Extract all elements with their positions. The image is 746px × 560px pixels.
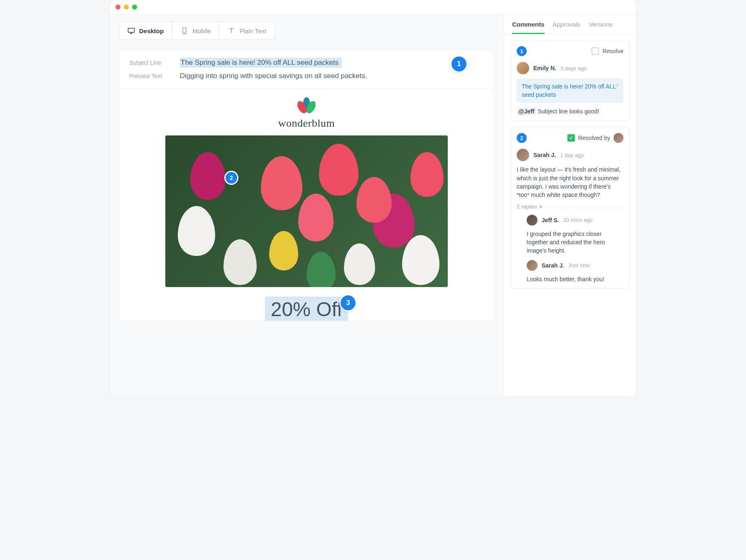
resolved-by: Resolved by (567, 133, 623, 143)
window-titlebar (110, 0, 636, 14)
hero-image-wrap: 2 (165, 135, 448, 287)
reply-2: Sarah J. Just now Looks much better, tha… (517, 260, 623, 283)
subject-value[interactable]: The Spring sale is here! 20% off ALL see… (180, 58, 342, 68)
annotation-marker-2[interactable]: 2 (226, 172, 237, 184)
flower-logo-icon (294, 96, 319, 116)
preview-value[interactable]: Digging into spring with special savings… (180, 72, 367, 80)
comment-author: Emily N. (533, 65, 556, 71)
email-body-preview: wonderblum (119, 89, 494, 321)
text-icon (228, 27, 235, 34)
replies-count: 2 replies (517, 204, 537, 210)
avatar (517, 149, 529, 161)
reply-body: Looks much better, thank you! (527, 275, 623, 283)
comment-body-text: Subject line looks good! (537, 108, 599, 115)
tab-mobile-label: Mobile (192, 27, 211, 34)
preview-label: Preview Text (129, 73, 171, 79)
side-tabs: Comments Approvals Versions (504, 14, 636, 34)
tab-plaintext-label: Plain Text (239, 27, 266, 34)
comment-badge: 2 (517, 133, 527, 143)
desktop-icon (128, 27, 135, 34)
subject-label: Subject Line (129, 59, 171, 66)
tab-versions[interactable]: Versions (589, 21, 613, 34)
svg-point-2 (184, 32, 185, 33)
tab-comments[interactable]: Comments (512, 21, 545, 34)
comment-badge: 1 (517, 46, 527, 56)
mention[interactable]: @Jeff (517, 108, 536, 115)
reply-author: Jeff S. (542, 217, 559, 224)
tab-desktop-label: Desktop (139, 27, 164, 34)
minimize-icon[interactable] (124, 5, 129, 10)
resolved-by-label: Resolved by (578, 135, 610, 141)
comment-quote: The Spring sale is here! 20% off ALL see… (517, 79, 623, 103)
subject-line-row: Subject Line The Spring sale is here! 20… (129, 58, 484, 68)
offer-headline[interactable]: 20% Off (265, 297, 348, 321)
comment-card-2[interactable]: 2 Resolved by Sarah J. 1 day ago I like … (510, 127, 630, 288)
side-panel: Comments Approvals Versions 1 Resolve (503, 14, 636, 395)
tab-approvals[interactable]: Approvals (553, 21, 581, 34)
tab-plaintext[interactable]: Plain Text (219, 22, 275, 40)
checkbox-icon[interactable] (591, 47, 599, 55)
avatar (613, 133, 623, 143)
svg-rect-0 (128, 28, 135, 32)
chevron-down-icon: ▾ (540, 204, 542, 210)
reply-time: Just now (568, 262, 589, 268)
annotation-marker-3[interactable]: 3 (341, 295, 356, 310)
avatar (527, 260, 537, 271)
annotation-marker-1[interactable]: 1 (452, 56, 466, 71)
offer-headline-wrap: 20% Off 3 (265, 298, 348, 321)
comment-time: 3 days ago (560, 65, 587, 71)
comment-card-1[interactable]: 1 Resolve Emily N. 3 days ago The Spring… (510, 40, 630, 121)
resolve-control[interactable]: Resolve (591, 47, 623, 55)
tab-mobile[interactable]: Mobile (172, 22, 219, 40)
hero-image[interactable] (165, 135, 448, 287)
view-mode-tabs: Desktop Mobile Plain Text (119, 22, 494, 40)
brand-logo: wonderblum (144, 96, 469, 130)
comment-author: Sarah J. (533, 152, 556, 158)
comment-body-text: I like the layout — it's fresh and minim… (517, 165, 623, 199)
comment-body: @Jeff Subject line looks good! (517, 107, 623, 115)
close-icon[interactable] (115, 5, 120, 10)
brand-name: wonderblum (144, 117, 469, 130)
tab-desktop[interactable]: Desktop (119, 22, 172, 40)
avatar (527, 215, 537, 226)
reply-time: 20 mins ago (563, 217, 593, 223)
mobile-icon (181, 27, 188, 34)
resolve-label: Resolve (602, 48, 623, 54)
reply-body: I grouped the graphics closer together a… (527, 230, 623, 255)
email-preview-card: Subject Line The Spring sale is here! 20… (119, 50, 494, 321)
reply-1: Jeff S. 20 mins ago I grouped the graphi… (517, 215, 623, 255)
avatar (517, 62, 529, 74)
replies-toggle[interactable]: 2 replies ▾ (517, 204, 623, 210)
reply-author: Sarah J. (542, 262, 564, 269)
checkbox-checked-icon[interactable] (567, 134, 575, 142)
comment-time: 1 day ago (560, 152, 584, 158)
maximize-icon[interactable] (132, 5, 137, 10)
preview-text-row: Preview Text Digging into spring with sp… (129, 72, 484, 80)
